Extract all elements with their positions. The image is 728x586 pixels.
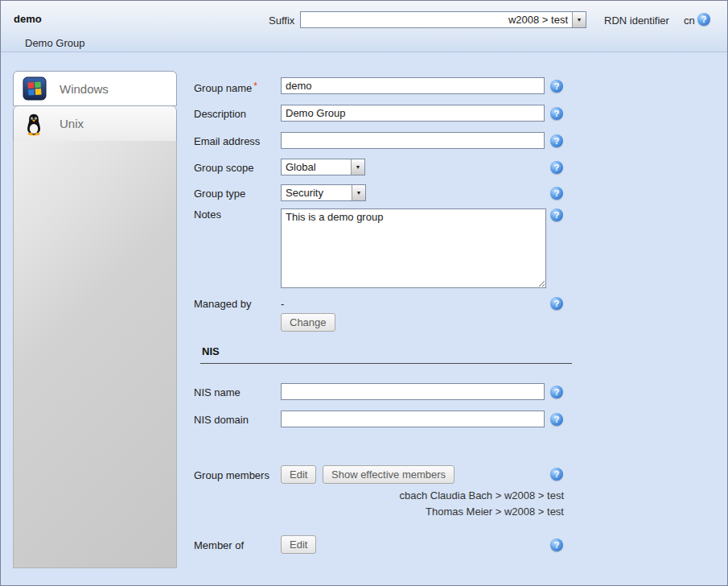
rdn-identifier-value: cn	[684, 14, 695, 27]
group-scope-select[interactable]: Global ▼	[281, 159, 365, 175]
help-icon[interactable]: ?	[550, 161, 563, 174]
dropdown-arrow-icon: ▼	[352, 185, 365, 200]
help-icon[interactable]: ?	[550, 187, 563, 200]
dropdown-arrow-icon: ▼	[351, 159, 364, 175]
nis-domain-input[interactable]	[281, 411, 545, 427]
description-label: Description	[194, 108, 246, 120]
group-name-input[interactable]	[281, 77, 545, 94]
help-icon[interactable]: ?	[550, 539, 563, 551]
group-scope-label: Group scope	[194, 162, 253, 174]
group-type-value: Security	[282, 185, 352, 200]
nis-section-title: NIS	[200, 345, 572, 364]
nis-domain-label: NIS domain	[194, 414, 249, 426]
tab-unix[interactable]: Unix	[13, 106, 177, 142]
page-subtitle: Demo Group	[25, 37, 84, 49]
member-of-edit-button[interactable]: Edit	[281, 535, 316, 554]
linux-penguin-icon	[23, 112, 47, 136]
help-icon[interactable]: ?	[550, 107, 563, 120]
notes-label: Notes	[194, 208, 221, 221]
help-icon[interactable]: ?	[550, 297, 563, 310]
help-icon[interactable]: ?	[550, 208, 563, 221]
help-icon[interactable]: ?	[550, 413, 563, 426]
managed-by-value: -	[281, 298, 284, 310]
group-type-select[interactable]: Security ▼	[281, 184, 366, 201]
member-of-label: Member of	[194, 539, 244, 551]
header-bar: demo Demo Group Suffix w2008 > test ▼ RD…	[1, 1, 727, 52]
help-icon[interactable]: ?	[550, 134, 563, 147]
email-label: Email address	[194, 135, 260, 147]
help-icon[interactable]: ?	[550, 80, 563, 93]
suffix-label: Suffix	[269, 14, 294, 27]
group-name-label: Group name*	[194, 80, 257, 94]
notes-textarea[interactable]: This is a demo group	[281, 208, 546, 288]
dropdown-arrow-icon: ▼	[572, 12, 586, 27]
tab-unix-label: Unix	[60, 117, 84, 130]
sidebar-panel	[13, 141, 177, 568]
required-marker-icon: *	[253, 80, 257, 92]
group-members-list: cbach Claudia Bach > w2008 > test Thomas…	[281, 488, 564, 520]
tab-windows-label: Windows	[60, 82, 109, 96]
group-type-label: Group type	[194, 188, 245, 200]
group-members-edit-button[interactable]: Edit	[281, 465, 316, 484]
group-scope-value: Global	[282, 159, 351, 175]
tab-windows[interactable]: Windows	[13, 71, 177, 106]
description-input[interactable]	[281, 105, 545, 122]
page-title: demo	[14, 13, 42, 25]
suffix-select-value: w2008 > test	[301, 12, 572, 27]
group-member-item: cbach Claudia Bach > w2008 > test	[281, 488, 564, 504]
managed-by-label: Managed by	[194, 298, 252, 310]
app-window: demo Demo Group Suffix w2008 > test ▼ RD…	[0, 0, 728, 586]
nis-name-input[interactable]	[281, 383, 545, 400]
email-input[interactable]	[281, 132, 545, 149]
help-icon[interactable]: ?	[697, 13, 710, 26]
suffix-select[interactable]: w2008 > test ▼	[300, 11, 586, 28]
windows-logo-icon	[23, 76, 47, 101]
help-icon[interactable]: ?	[550, 386, 563, 398]
show-effective-members-button[interactable]: Show effective members	[323, 465, 454, 484]
nis-name-label: NIS name	[194, 386, 241, 398]
rdn-identifier-label: RDN identifier	[604, 14, 669, 27]
group-members-label: Group members	[194, 469, 269, 481]
group-member-item: Thomas Meier > w2008 > test	[281, 504, 564, 520]
change-button[interactable]: Change	[281, 313, 335, 332]
help-icon[interactable]: ?	[550, 468, 563, 481]
